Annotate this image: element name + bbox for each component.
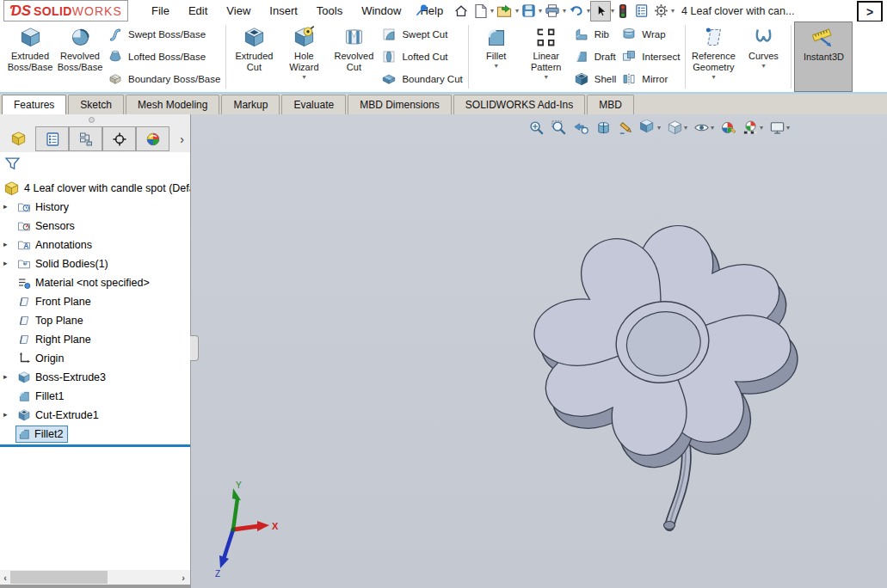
dropdown-caret-icon[interactable]: ▾ (760, 125, 763, 132)
zoom-to-area-icon[interactable] (551, 119, 567, 136)
document-title[interactable]: 4 Leaf clover with can... (681, 5, 794, 17)
scroll-left-arrow-icon[interactable]: ‹ (0, 573, 10, 583)
curves-button[interactable]: Curves▾ (738, 21, 788, 92)
rib-button[interactable]: Rib (574, 24, 617, 45)
draft-button[interactable]: Draft (574, 46, 617, 67)
apply-scene-icon[interactable]: ▾ (742, 119, 763, 136)
panel-horizontal-scrollbar[interactable]: ‹ › (0, 570, 190, 585)
menu-edit[interactable]: Edit (179, 1, 217, 21)
displaymanager-icon[interactable] (136, 126, 169, 151)
dropdown-caret-icon[interactable]: ▾ (711, 125, 714, 132)
tab-sketch[interactable]: Sketch (68, 95, 124, 114)
shell-button[interactable]: Shell (574, 69, 617, 89)
hide-show-items-icon[interactable]: ▾ (693, 119, 714, 136)
tab-evaluate[interactable]: Evaluate (281, 95, 346, 114)
swept-boss-button[interactable]: Swept Boss/Base (108, 24, 220, 45)
home-icon[interactable] (451, 2, 471, 21)
select-cursor-icon[interactable] (590, 1, 611, 21)
hole-wizard-button[interactable]: Hole Wizard▾ (279, 21, 329, 92)
panel-splitter-handle[interactable] (190, 335, 199, 361)
tree-item-sensors[interactable]: Sensors (0, 217, 190, 236)
pushpin-icon[interactable] (415, 3, 429, 17)
tree-item-front-plane[interactable]: Front Plane (0, 292, 190, 311)
tab-solidworks-add-ins[interactable]: SOLIDWORKS Add-Ins (453, 95, 585, 114)
expand-arrow-icon[interactable]: ▸ (3, 240, 8, 248)
tree-item-top-plane[interactable]: Top Plane (0, 311, 190, 330)
tree-item-material[interactable]: Material <not specified> (0, 273, 190, 292)
propertymanager-icon[interactable] (35, 126, 69, 151)
scrollbar-thumb[interactable] (10, 571, 108, 584)
panel-collapse-handle[interactable] (89, 117, 95, 123)
boundary-boss-button[interactable]: Boundary Boss/Base (108, 69, 220, 89)
wrap-button[interactable]: Wrap (621, 24, 680, 45)
tab-mbd-dimensions[interactable]: MBD Dimensions (348, 95, 452, 114)
open-icon[interactable] (494, 2, 515, 21)
tab-mesh-modeling[interactable]: Mesh Modeling (126, 95, 219, 114)
clover-part-model[interactable] (475, 187, 853, 548)
lofted-cut-button[interactable]: Lofted Cut (381, 46, 462, 67)
tree-item-history[interactable]: ▸ History (0, 198, 190, 217)
featuremanager-tree-icon[interactable] (2, 126, 35, 151)
expand-arrow-icon[interactable]: ▸ (3, 202, 8, 211)
options-list-icon[interactable] (631, 2, 651, 21)
dropdown-caret-icon[interactable]: ▾ (302, 74, 305, 81)
manager-panel-expand-icon[interactable]: › (180, 132, 190, 146)
tree-item-fillet1[interactable]: Fillet1 (0, 387, 190, 406)
menu-view[interactable]: View (217, 1, 260, 21)
settings-gear-icon[interactable] (651, 2, 671, 21)
tree-item-solid-bodies[interactable]: ▸ Solid Bodies(1) (0, 254, 190, 273)
edit-appearance-icon[interactable] (720, 119, 736, 136)
tree-item-boss-extrude3[interactable]: ▸ Boss-Extrude3 (0, 368, 190, 387)
tree-root-item[interactable]: 4 Leaf clover with candle spot (Defaul (0, 179, 190, 198)
dropdown-caret-icon[interactable]: ▾ (711, 74, 715, 81)
undo-icon[interactable] (566, 2, 587, 21)
tree-item-origin[interactable]: Origin (0, 349, 190, 368)
fillet-button[interactable]: Fillet▾ (471, 21, 521, 92)
extruded-cut-button[interactable]: Extruded Cut (229, 21, 279, 92)
intersect-button[interactable]: Intersect (621, 46, 680, 67)
zoom-to-fit-icon[interactable] (528, 119, 545, 136)
view-settings-icon[interactable]: ▾ (769, 119, 790, 136)
filter-funnel-icon[interactable] (4, 156, 21, 172)
graphics-viewport[interactable]: ▾ ▾ ▾ ▾ ▾ (191, 114, 887, 588)
revolved-boss-button[interactable]: Revolved Boss/Base (55, 21, 105, 92)
print-icon[interactable] (542, 2, 563, 21)
tree-item-annotations[interactable]: ▸ A Annotations (0, 236, 190, 254)
tree-item-fillet2[interactable]: Fillet2 (0, 425, 190, 444)
dynamic-annotation-views-icon[interactable] (618, 119, 634, 136)
dropdown-caret-icon[interactable]: ▾ (761, 63, 765, 70)
rebuild-traffic-light-icon[interactable] (614, 2, 631, 21)
dropdown-caret-icon[interactable]: ▾ (657, 125, 661, 132)
swept-cut-button[interactable]: Swept Cut (381, 24, 462, 45)
tab-mbd[interactable]: MBD (587, 95, 634, 114)
section-view-icon[interactable] (595, 119, 612, 136)
dropdown-caret-icon[interactable]: ▾ (786, 125, 790, 132)
menu-tools[interactable]: Tools (307, 1, 352, 21)
previous-view-icon[interactable] (573, 119, 589, 136)
expand-arrow-icon[interactable]: ▸ (3, 259, 8, 267)
rollback-bar[interactable] (0, 444, 191, 447)
menu-file[interactable]: File (142, 1, 179, 21)
dropdown-caret-icon[interactable]: ▾ (671, 8, 674, 15)
instant3d-button[interactable]: Instant3D (794, 21, 853, 92)
expand-arrow-icon[interactable]: ▸ (3, 410, 8, 419)
view-orientation-icon[interactable]: ▾ (640, 119, 661, 136)
dropdown-caret-icon[interactable]: ▾ (545, 74, 548, 81)
dropdown-caret-icon[interactable]: ▾ (684, 125, 687, 132)
configurationmanager-icon[interactable] (69, 126, 102, 151)
tab-features[interactable]: Features (2, 95, 66, 114)
revolved-cut-button[interactable]: Revolved Cut (329, 21, 379, 92)
linear-pattern-button[interactable]: Linear Pattern▾ (521, 21, 571, 92)
tab-markup[interactable]: Markup (221, 95, 280, 114)
reference-geometry-button[interactable]: Reference Geometry▾ (688, 21, 738, 92)
display-style-icon[interactable]: ▾ (667, 119, 687, 136)
mirror-button[interactable]: Mirror (621, 69, 680, 89)
menu-insert[interactable]: Insert (260, 1, 307, 21)
save-icon[interactable] (519, 2, 539, 21)
tree-item-right-plane[interactable]: Right Plane (0, 330, 190, 349)
extruded-boss-button[interactable]: Extruded Boss/Base (5, 21, 55, 92)
dimxpertmanager-icon[interactable] (102, 126, 136, 151)
lofted-boss-button[interactable]: Lofted Boss/Base (108, 46, 220, 67)
menu-window[interactable]: Window (352, 1, 410, 21)
tree-item-cut-extrude1[interactable]: ▸ Cut-Extrude1 (0, 406, 190, 425)
